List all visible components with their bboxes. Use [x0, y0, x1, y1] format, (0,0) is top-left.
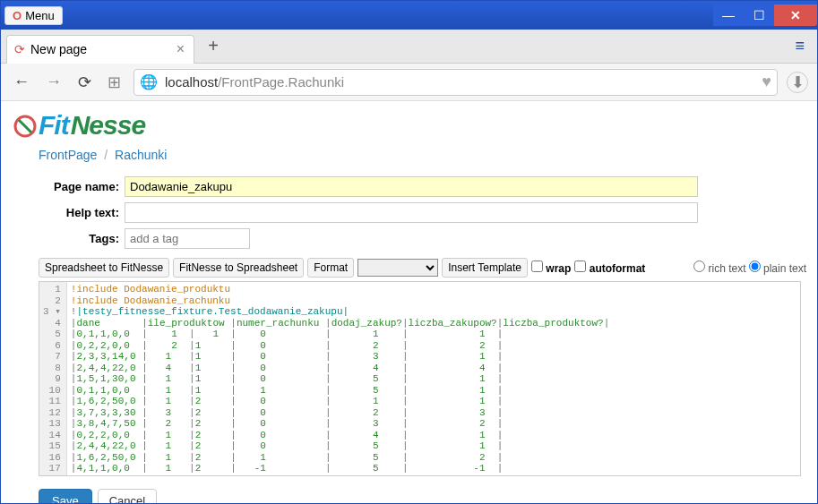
- url-bar: ← → ⟳ ⊞ 🌐 localhost/FrontPage.Rachunki ♥…: [1, 64, 817, 101]
- code-editor[interactable]: 1 2 3 ▾ 4 5 6 7 8 9 10 11 12 13 14 15 16…: [39, 281, 801, 476]
- window-minimize-button[interactable]: —: [713, 4, 744, 26]
- url-input[interactable]: 🌐 localhost/FrontPage.Rachunki ♥: [133, 69, 778, 96]
- reload-button[interactable]: ⟳: [74, 69, 95, 96]
- page-content: FitNesse FrontPage / Rachunki Page name:…: [1, 101, 817, 503]
- back-button[interactable]: ←: [10, 69, 33, 95]
- window-close-button[interactable]: ✕: [774, 4, 817, 26]
- speed-dial-icon[interactable]: ⊞: [104, 69, 125, 96]
- rich-text-radio-label[interactable]: rich text: [693, 262, 745, 275]
- help-text-label: Help text:: [39, 206, 119, 219]
- breadcrumb-separator: /: [104, 148, 108, 162]
- tab-bar: ⟳ New page × + ≡: [1, 30, 817, 64]
- insert-template-button[interactable]: Insert Template: [442, 258, 528, 278]
- window-maximize-button[interactable]: ☐: [744, 4, 774, 26]
- menu-label: Menu: [25, 9, 55, 22]
- cancel-button[interactable]: Cancel: [98, 489, 157, 503]
- plain-text-radio[interactable]: [749, 261, 761, 272]
- window-titlebar: O Menu — ☐ ✕: [1, 1, 817, 30]
- fitnesse-to-spreadsheet-button[interactable]: FitNesse to Spreadsheet: [173, 258, 304, 278]
- page-name-label: Page name:: [39, 180, 119, 193]
- browser-tab[interactable]: ⟳ New page ×: [6, 35, 194, 64]
- help-text-input[interactable]: [125, 202, 698, 223]
- page-icon: ⟳: [14, 42, 25, 56]
- tab-close-icon[interactable]: ×: [177, 41, 185, 57]
- template-select[interactable]: [357, 259, 438, 277]
- page-name-input[interactable]: [125, 176, 698, 197]
- tags-label: Tags:: [39, 232, 119, 245]
- editor-code[interactable]: !include Dodawanie_produktu !include Dod…: [67, 282, 613, 475]
- breadcrumb-frontpage[interactable]: FrontPage: [39, 148, 97, 162]
- spreadsheet-to-fitnesse-button[interactable]: Spreadsheet to FitNesse: [39, 258, 169, 278]
- editor-gutter: 1 2 3 ▾ 4 5 6 7 8 9 10 11 12 13 14 15 16…: [39, 282, 67, 475]
- format-button[interactable]: Format: [307, 258, 354, 278]
- url-text: localhost/FrontPage.Rachunki: [165, 74, 754, 90]
- save-button[interactable]: Save: [39, 489, 92, 503]
- downloads-button[interactable]: ⬇: [787, 72, 808, 93]
- plain-text-radio-label[interactable]: plain text: [749, 262, 806, 275]
- breadcrumb: FrontPage / Rachunki: [39, 148, 806, 162]
- opera-icon: O: [13, 9, 22, 22]
- wrap-checkbox-label[interactable]: wrap: [531, 261, 571, 275]
- autoformat-checkbox-label[interactable]: autoformat: [574, 261, 645, 275]
- menu-button[interactable]: O Menu: [4, 6, 63, 25]
- wrap-checkbox[interactable]: [531, 261, 543, 272]
- tags-input[interactable]: [125, 228, 250, 249]
- breadcrumb-rachunki[interactable]: Rachunki: [115, 148, 167, 162]
- autoformat-checkbox[interactable]: [574, 261, 586, 272]
- rich-text-radio[interactable]: [693, 261, 705, 272]
- globe-icon: 🌐: [140, 73, 158, 90]
- editor-toolbar: Spreadsheet to FitNesse FitNesse to Spre…: [39, 258, 806, 278]
- tab-menu-icon[interactable]: ≡: [788, 33, 812, 59]
- logo-icon: [13, 114, 37, 137]
- new-tab-button[interactable]: +: [200, 33, 227, 60]
- forward-button[interactable]: →: [42, 69, 65, 95]
- tab-title: New page: [30, 42, 87, 56]
- fitnesse-logo: FitNesse: [13, 110, 806, 141]
- bookmark-icon[interactable]: ♥: [762, 73, 771, 91]
